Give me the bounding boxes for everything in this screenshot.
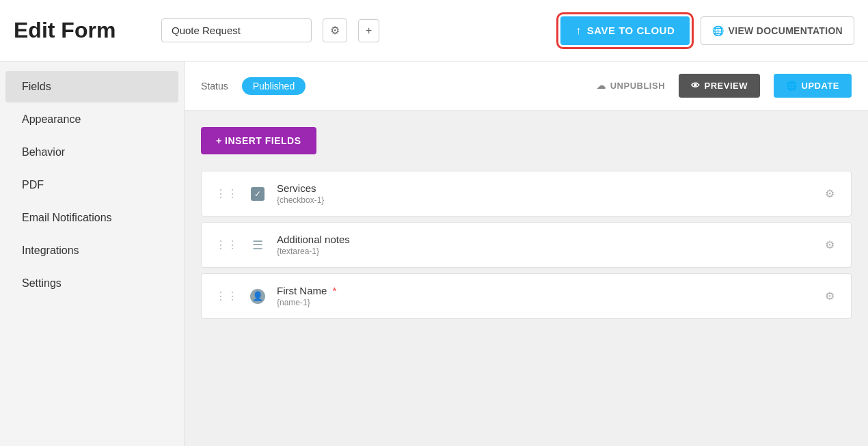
published-badge: Published [242,77,306,95]
required-indicator: * [333,285,337,296]
header: Edit Form ⚙ + ↑ SAVE TO CLOUD 🌐 VIEW DOC… [0,0,868,61]
cloud-icon: ☁ [597,81,606,91]
checkbox-icon: ✓ [248,184,267,204]
sidebar-item-appearance[interactable]: Appearance [5,104,178,135]
gear-icon: ⚙ [330,25,340,36]
view-documentation-button[interactable]: 🌐 VIEW DOCUMENTATION [701,16,854,45]
table-row: ⋮⋮ 👤 First Name * {name-1} ⚙ [201,273,852,319]
eye-icon: 👁 [691,81,701,91]
sidebar-item-email-notifications[interactable]: Email Notifications [5,202,178,234]
main-layout: Fields Appearance Behavior PDF Email Not… [0,61,868,446]
table-row: ⋮⋮ ✓ Services {checkbox-1} ⚙ [201,171,852,217]
sidebar-item-integrations[interactable]: Integrations [5,235,178,266]
field-name: Additional notes [277,234,813,245]
plus-button[interactable]: + [358,19,379,42]
gear-icon: ⚙ [825,239,835,251]
unpublish-button[interactable]: ☁ UNPUBLISH [597,81,665,91]
sidebar-item-label: Behavior [22,146,65,158]
globe-icon: 🌐 [786,81,798,91]
gear-icon: ⚙ [825,188,835,199]
preview-button[interactable]: 👁 PREVIEW [679,74,760,98]
field-key: {textarea-1} [277,247,813,256]
field-name: Services [277,182,813,194]
update-button[interactable]: 🌐 UPDATE [774,74,852,98]
update-label: UPDATE [802,81,839,91]
save-to-cloud-label: SAVE TO CLOUD [587,25,675,36]
field-key: {checkbox-1} [277,195,813,205]
sidebar-item-fields[interactable]: Fields [5,71,178,102]
drag-handle-icon[interactable]: ⋮⋮ [215,187,239,200]
field-gear-button[interactable]: ⚙ [822,287,837,305]
fields-area: + INSERT FIELDS ⋮⋮ ✓ Services {checkbox-… [185,111,868,341]
status-label: Status [201,81,228,92]
save-to-cloud-button[interactable]: ↑ SAVE TO CLOUD [560,16,690,45]
drag-handle-icon[interactable]: ⋮⋮ [215,290,239,303]
sidebar-item-pdf[interactable]: PDF [5,169,178,201]
field-key: {name-1} [277,298,813,307]
field-info: First Name * {name-1} [277,285,813,307]
globe-icon: 🌐 [712,25,724,36]
gear-button[interactable]: ⚙ [323,18,347,42]
sidebar-item-label: Appearance [22,113,81,125]
field-info: Additional notes {textarea-1} [277,234,813,256]
gear-icon: ⚙ [825,290,835,302]
field-gear-button[interactable]: ⚙ [822,236,837,254]
sidebar-item-label: Fields [22,81,51,92]
upload-icon: ↑ [575,25,582,37]
table-row: ⋮⋮ ☰ Additional notes {textarea-1} ⚙ [201,222,852,268]
sidebar-item-label: Integrations [22,245,79,256]
sidebar: Fields Appearance Behavior PDF Email Not… [0,61,185,446]
field-info: Services {checkbox-1} [277,182,813,205]
page-title: Edit Form [14,18,150,43]
plus-icon: + [366,25,372,36]
sidebar-item-behavior[interactable]: Behavior [5,137,178,168]
field-name: First Name * [277,285,813,296]
field-gear-button[interactable]: ⚙ [822,184,837,203]
insert-fields-button[interactable]: + INSERT FIELDS [201,127,316,154]
person-icon: 👤 [248,287,267,306]
content-area: Status Published ☁ UNPUBLISH 👁 PREVIEW 🌐… [185,61,868,446]
textarea-icon: ☰ [248,236,267,255]
sidebar-item-label: Settings [22,277,62,289]
preview-label: PREVIEW [705,81,748,91]
insert-fields-label: + INSERT FIELDS [216,135,301,146]
drag-handle-icon[interactable]: ⋮⋮ [215,238,239,251]
status-bar: Status Published ☁ UNPUBLISH 👁 PREVIEW 🌐… [185,61,868,111]
form-name-input[interactable] [161,18,312,42]
view-docs-label: VIEW DOCUMENTATION [729,25,843,36]
sidebar-item-settings[interactable]: Settings [5,268,178,299]
sidebar-item-label: Email Notifications [22,212,112,223]
sidebar-item-label: PDF [22,179,44,191]
unpublish-label: UNPUBLISH [610,81,665,91]
